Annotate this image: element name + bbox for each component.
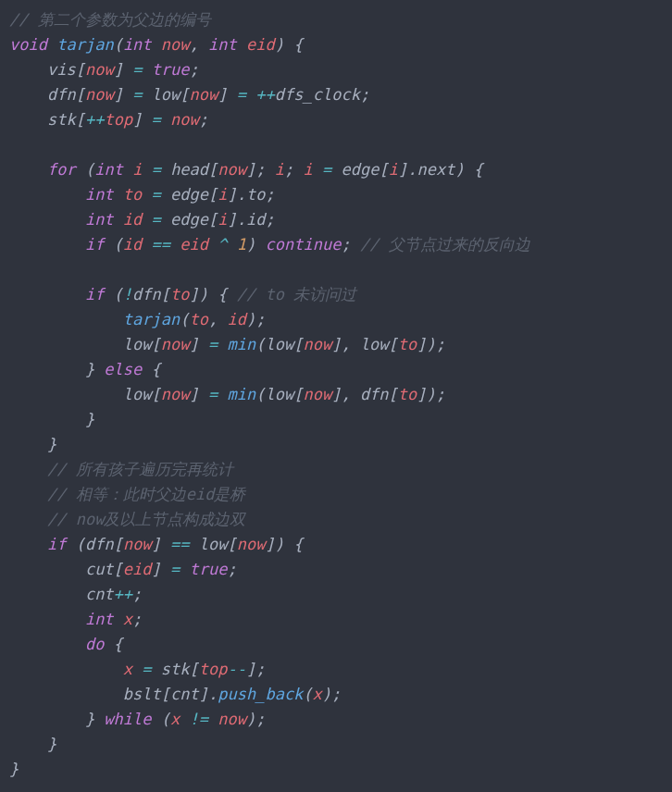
code-token: ( [180, 310, 189, 328]
code-token [152, 35, 161, 54]
code-token: to [246, 185, 265, 204]
code-token: = [170, 560, 180, 578]
code-token: id [123, 235, 142, 254]
code-token: top [199, 660, 228, 678]
code-token: if [85, 235, 104, 254]
code-token: now [303, 385, 331, 403]
code-token: ; [284, 160, 303, 179]
code-token: ( [152, 710, 170, 728]
code-token: eid [123, 560, 152, 578]
code-token: ] [190, 335, 208, 353]
code-token [237, 35, 246, 54]
code-token [9, 160, 47, 179]
code-token: to [123, 185, 142, 204]
code-token: stk [47, 110, 76, 129]
code-token: [ [190, 660, 199, 678]
code-token: [ [379, 160, 388, 179]
code-token: ( [114, 35, 123, 54]
code-token: now [85, 85, 114, 104]
code-token [9, 635, 85, 653]
code-token [9, 685, 123, 703]
code-token [170, 235, 180, 254]
code-token [114, 185, 123, 204]
code-token [190, 535, 199, 553]
code-token: now [303, 335, 331, 353]
code-token: = [132, 60, 142, 79]
code-token: ) { [454, 160, 483, 179]
code-token [9, 85, 47, 104]
code-token: [ [152, 385, 161, 403]
code-token: i [389, 160, 398, 179]
code-token [142, 160, 151, 179]
code-token: edge [170, 185, 208, 204]
code-token [313, 160, 322, 179]
code-token [218, 385, 227, 403]
code-token: now [123, 535, 152, 553]
code-token: i [132, 160, 142, 179]
code-token: [ [76, 85, 85, 104]
code-token: now [190, 85, 218, 104]
code-token [9, 385, 123, 403]
code-token: = [152, 185, 161, 204]
code-token: to [170, 285, 189, 303]
code-token: ! [123, 285, 132, 303]
code-token: { [142, 360, 160, 378]
code-token: dfn [132, 285, 161, 303]
code-token: } [9, 410, 94, 428]
code-token [331, 160, 341, 179]
code-token [9, 285, 85, 303]
code-token: [ [208, 160, 218, 179]
code-token: low [199, 535, 228, 553]
code-token: int [94, 160, 123, 179]
code-token: for [47, 160, 76, 179]
code-token: int [85, 210, 114, 229]
code-token: stk [161, 660, 190, 678]
code-token: now [170, 110, 199, 129]
code-token: ^ [218, 235, 227, 254]
code-token: i [275, 160, 284, 179]
code-token: ; [360, 85, 369, 104]
code-token: [ [161, 285, 170, 303]
code-token: , [208, 310, 227, 328]
code-token: int [208, 35, 237, 54]
code-token [9, 535, 47, 553]
code-token: ; [132, 610, 142, 628]
code-token: ; [341, 235, 359, 254]
code-token: while [104, 710, 151, 728]
code-token: min [228, 385, 256, 403]
code-token: [ [389, 385, 398, 403]
code-token: low [152, 85, 180, 104]
code-token: to [398, 335, 417, 353]
code-token: ; [228, 560, 237, 578]
code-token: ( [104, 285, 122, 303]
code-token: ] [152, 560, 170, 578]
code-token [9, 660, 123, 678]
code-token: [ [208, 185, 218, 204]
code-token [114, 610, 123, 628]
code-token: now [161, 385, 190, 403]
code-token: ; [132, 585, 142, 603]
code-token: now [237, 535, 266, 553]
code-token [142, 185, 151, 204]
code-token: ]; [246, 160, 275, 179]
code-token: ] [218, 85, 236, 104]
code-token: low [360, 335, 389, 353]
code-token: now [85, 60, 114, 79]
code-token: ( [255, 335, 265, 353]
code-token: ] [114, 60, 132, 79]
code-token: now [161, 335, 190, 353]
code-token: id [123, 210, 142, 229]
code-token [9, 110, 47, 129]
code-token: i [304, 160, 313, 179]
code-token: // 相等：此时父边eid是桥 [47, 485, 245, 503]
code-token: != [190, 710, 208, 728]
code-token: ) { [275, 35, 304, 54]
code-token: [ [76, 110, 85, 129]
code-token: } [9, 360, 104, 378]
code-token: do [85, 635, 104, 653]
code-token: int [85, 610, 114, 628]
code-token [9, 560, 85, 578]
code-token: ( [255, 385, 265, 403]
code-token: = [132, 85, 142, 104]
code-token: = [208, 385, 218, 403]
